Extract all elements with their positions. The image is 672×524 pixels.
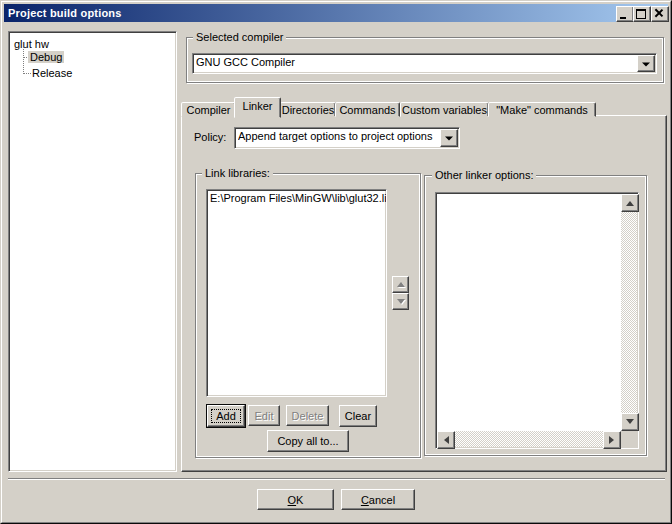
- chevron-down-icon: [642, 62, 650, 66]
- delete-button-label: Delete: [292, 410, 324, 422]
- vertical-scrollbar[interactable]: [621, 194, 637, 431]
- compiler-select-value: GNU GCC Compiler: [196, 56, 637, 68]
- scroll-left-button[interactable]: [437, 431, 455, 449]
- horizontal-scrollbar[interactable]: [437, 431, 621, 447]
- other-linker-options-textarea[interactable]: [435, 192, 639, 449]
- compiler-select[interactable]: GNU GCC Compiler: [192, 53, 657, 74]
- tree-viewport: glut hw Debug Release: [11, 34, 174, 469]
- policy-select-dropdown-button[interactable]: [440, 129, 458, 147]
- footer-separator: [8, 478, 665, 480]
- scrollbar-corner: [621, 431, 637, 447]
- arrow-up-icon: [397, 282, 405, 287]
- copy-all-to-button[interactable]: Copy all to...: [267, 430, 349, 452]
- selected-compiler-label: Selected compiler: [193, 31, 286, 43]
- tree-item-release[interactable]: Release: [32, 66, 72, 80]
- tree-item-debug[interactable]: Debug: [28, 50, 64, 64]
- link-libraries-list[interactable]: E:\Program Files\MinGW\lib\glut32.lib: [206, 189, 387, 397]
- copy-all-to-button-label: Copy all to...: [277, 435, 338, 447]
- close-icon: [654, 8, 663, 17]
- linker-tab-panel: Policy: Append target options to project…: [181, 115, 667, 472]
- other-linker-options-group: Other linker options:: [424, 175, 647, 456]
- window-title: Project build options: [4, 7, 122, 19]
- ok-button[interactable]: OK: [257, 489, 334, 510]
- titlebar: Project build options: [4, 4, 668, 22]
- maximize-button[interactable]: [633, 6, 651, 22]
- minimize-icon: [620, 17, 626, 19]
- arrow-right-icon: [609, 436, 614, 444]
- link-libraries-label: Link libraries:: [202, 167, 273, 179]
- tab-directories[interactable]: Directories: [280, 102, 336, 117]
- edit-button-label: Edit: [255, 410, 274, 422]
- clear-button-label: Clear: [345, 410, 371, 422]
- build-targets-tree: glut hw Debug Release: [8, 31, 177, 472]
- cancel-button-label: Cancel: [361, 494, 395, 506]
- add-button-label: Add: [216, 410, 236, 422]
- minimize-button[interactable]: [616, 6, 634, 22]
- ok-button-label: OK: [288, 494, 304, 506]
- other-linker-options-label: Other linker options:: [432, 169, 536, 181]
- tab-make-commands[interactable]: "Make" commands: [488, 102, 596, 117]
- policy-label: Policy:: [194, 131, 226, 143]
- delete-button[interactable]: Delete: [286, 405, 329, 426]
- tree-item-debug-label: Debug: [28, 51, 64, 63]
- move-down-button[interactable]: [392, 293, 409, 310]
- maximize-icon: [636, 9, 646, 19]
- compiler-select-dropdown-button[interactable]: [637, 55, 655, 72]
- close-button[interactable]: [651, 6, 669, 22]
- tree-item-project[interactable]: glut hw: [14, 38, 49, 50]
- chevron-down-icon: [445, 137, 453, 141]
- cancel-button[interactable]: Cancel: [341, 489, 415, 510]
- tab-custom-variables[interactable]: Custom variables: [400, 102, 489, 117]
- tree-branch-line: [23, 73, 31, 74]
- scroll-right-button[interactable]: [603, 431, 621, 449]
- link-libraries-group: Link libraries: E:\Program Files\MinGW\l…: [195, 173, 421, 458]
- policy-select-value: Append target options to project options: [238, 130, 440, 142]
- selected-compiler-group: Selected compiler GNU GCC Compiler: [186, 37, 664, 83]
- tree-branch-line: [23, 47, 24, 74]
- list-item[interactable]: E:\Program Files\MinGW\lib\glut32.lib: [210, 192, 386, 204]
- edit-button[interactable]: Edit: [248, 405, 280, 426]
- clear-button[interactable]: Clear: [339, 405, 377, 427]
- arrow-left-icon: [444, 436, 449, 444]
- arrow-up-icon: [626, 201, 634, 206]
- tab-linker[interactable]: Linker: [234, 97, 281, 118]
- tab-commands[interactable]: Commands: [335, 102, 400, 117]
- scroll-up-button[interactable]: [621, 194, 639, 212]
- tree-item-release-label: Release: [32, 67, 72, 79]
- tab-compiler[interactable]: Compiler: [181, 102, 236, 117]
- arrow-down-icon: [626, 419, 634, 424]
- textarea-content[interactable]: [437, 194, 637, 447]
- policy-select[interactable]: Append target options to project options: [234, 127, 460, 149]
- add-button[interactable]: Add: [207, 405, 245, 427]
- move-up-button[interactable]: [392, 276, 409, 293]
- arrow-down-icon: [397, 299, 405, 304]
- scroll-down-button[interactable]: [621, 413, 639, 431]
